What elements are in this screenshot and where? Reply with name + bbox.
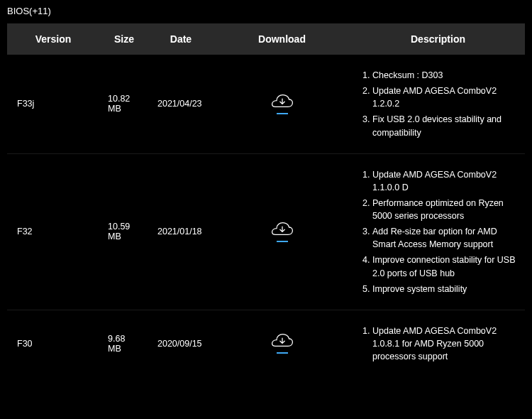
description-item: Improve system stability — [372, 283, 516, 295]
description-list: Update AMD AGESA ComboV2 1.0.8.1 for AMD… — [360, 325, 516, 363]
cell-date: 2021/01/18 — [149, 153, 213, 310]
bios-table: Version Size Date Download Description F… — [7, 23, 525, 377]
cell-version: F32 — [7, 153, 99, 310]
header-description: Description — [351, 23, 525, 55]
cell-size: 9.68 MB — [99, 310, 149, 377]
table-header-row: Version Size Date Download Description — [7, 23, 525, 55]
description-item: Update AMD AGESA ComboV2 1.0.8.1 for AMD… — [372, 325, 516, 363]
cell-date: 2021/04/23 — [149, 55, 213, 153]
cell-description: Update AMD AGESA ComboV2 1.0.8.1 for AMD… — [351, 310, 525, 377]
download-cloud-icon[interactable] — [271, 222, 294, 242]
header-version: Version — [7, 23, 99, 55]
description-list: Checksum : D303Update AMD AGESA ComboV2 … — [360, 69, 516, 139]
cell-description: Checksum : D303Update AMD AGESA ComboV2 … — [351, 55, 525, 153]
cell-download — [213, 153, 351, 310]
table-row: F3210.59 MB2021/01/18 Update AMD AGESA C… — [7, 153, 525, 310]
description-item: Update AMD AGESA ComboV2 1.2.0.2 — [372, 85, 516, 110]
cell-download — [213, 55, 351, 153]
table-row: F309.68 MB2020/09/15 Update AMD AGESA Co… — [7, 310, 525, 377]
description-item: Add Re-size bar option for AMD Smart Acc… — [372, 225, 516, 251]
header-download: Download — [213, 23, 351, 55]
cell-version: F33j — [7, 55, 99, 153]
header-size: Size — [99, 23, 149, 55]
section-title: BIOS(+11) — [7, 6, 525, 16]
cell-description: Update AMD AGESA ComboV2 1.1.0.0 DPerfor… — [351, 153, 525, 310]
description-item: Checksum : D303 — [372, 69, 516, 82]
description-list: Update AMD AGESA ComboV2 1.1.0.0 DPerfor… — [360, 168, 516, 295]
cell-download — [213, 310, 351, 377]
download-cloud-icon[interactable] — [271, 94, 294, 114]
description-item: Fix USB 2.0 devices stability and compat… — [372, 113, 516, 138]
description-item: Improve connection stability for USB 2.0… — [372, 254, 516, 279]
cell-version: F30 — [7, 310, 99, 377]
download-cloud-icon[interactable] — [271, 333, 294, 354]
cell-size: 10.82 MB — [99, 55, 149, 153]
description-item: Update AMD AGESA ComboV2 1.1.0.0 D — [372, 168, 516, 194]
description-item: Performance optimized on Ryzen 5000 seri… — [372, 197, 516, 222]
table-row: F33j10.82 MB2021/04/23 Checksum : D303Up… — [7, 55, 525, 153]
cell-size: 10.59 MB — [99, 153, 149, 310]
header-date: Date — [149, 23, 213, 55]
cell-date: 2020/09/15 — [149, 310, 213, 377]
